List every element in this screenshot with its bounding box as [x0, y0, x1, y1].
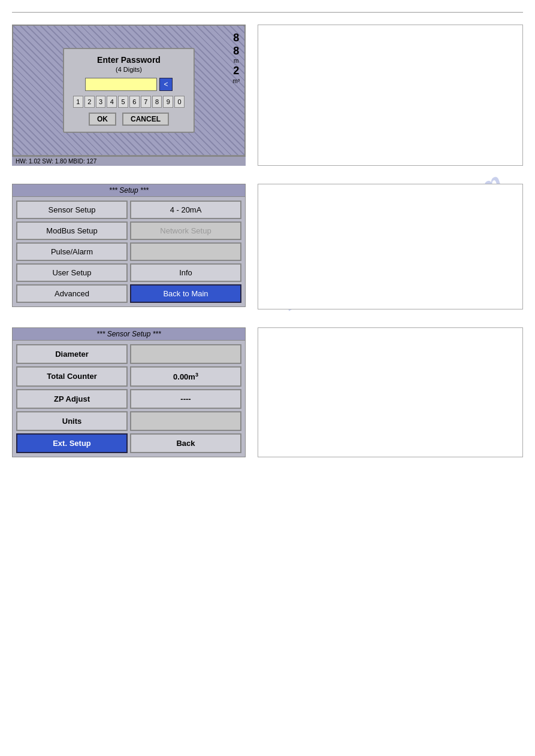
num-btn-8[interactable]: 8	[152, 96, 162, 108]
indicator-mid-value: 8	[233, 45, 239, 58]
user-setup-btn[interactable]: User Setup	[16, 263, 128, 282]
diameter-value-empty	[130, 344, 241, 364]
section2-left: *** Setup *** Sensor Setup 4 - 20mA ModB…	[12, 184, 246, 309]
sensor-setup-title: *** Sensor Setup ***	[13, 328, 245, 341]
top-rule	[12, 12, 523, 13]
cancel-button[interactable]: CANCEL	[122, 113, 169, 126]
num-btn-6[interactable]: 6	[129, 96, 140, 108]
dialog-actions: OK CANCEL	[73, 113, 185, 126]
section2: *** Setup *** Sensor Setup 4 - 20mA ModB…	[12, 184, 523, 309]
section1-right	[258, 25, 523, 166]
password-input-row: <	[73, 78, 185, 91]
num-btn-3[interactable]: 3	[96, 96, 106, 108]
num-btn-0[interactable]: 0	[174, 96, 185, 108]
backspace-button[interactable]: <	[159, 78, 173, 91]
indicator-unit-bot: m³	[232, 78, 240, 85]
advanced-btn[interactable]: Advanced	[16, 284, 128, 303]
setup-title: *** Setup ***	[13, 184, 245, 197]
pulse-alarm-btn[interactable]: Pulse/Alarm	[16, 242, 128, 261]
ok-button[interactable]: OK	[89, 113, 116, 126]
num-btn-2[interactable]: 2	[84, 96, 95, 108]
modbus-setup-btn[interactable]: ModBus Setup	[16, 221, 128, 240]
num-btn-7[interactable]: 7	[141, 96, 151, 108]
num-btn-1[interactable]: 1	[73, 96, 83, 108]
total-counter-value: 0.00m3	[130, 366, 241, 387]
diameter-btn[interactable]: Diameter	[16, 344, 128, 364]
indicator-unit-top: m	[234, 57, 238, 65]
ext-setup-btn[interactable]: Ext. Setup	[16, 433, 128, 453]
section1-left: Enter Password (4 Digits) < 1 2 3 4 5 6 …	[12, 25, 246, 166]
back-btn[interactable]: Back	[130, 433, 241, 453]
section3-right	[258, 327, 523, 457]
sensor-setup-btn[interactable]: Sensor Setup	[16, 201, 128, 219]
num-btn-5[interactable]: 5	[118, 96, 128, 108]
numpad-row: 1 2 3 4 5 6 7 8 9 0	[73, 96, 185, 108]
units-btn[interactable]: Units	[16, 411, 128, 431]
password-subtitle: (4 Digits)	[73, 66, 185, 73]
num-btn-9[interactable]: 9	[163, 96, 173, 108]
units-value-empty	[130, 411, 241, 431]
section1: Enter Password (4 Digits) < 1 2 3 4 5 6 …	[12, 25, 523, 166]
section3-left: *** Sensor Setup *** Diameter Total Coun…	[12, 327, 246, 457]
section3: *** Sensor Setup *** Diameter Total Coun…	[12, 327, 523, 457]
password-input-field[interactable]	[85, 78, 157, 91]
indicator-top-value: 8	[233, 32, 239, 45]
setup-menu: *** Setup *** Sensor Setup 4 - 20mA ModB…	[12, 184, 246, 307]
page-container: manualsarchive.com Enter Password (4 Dig…	[0, 0, 535, 756]
password-screen: Enter Password (4 Digits) < 1 2 3 4 5 6 …	[12, 25, 246, 156]
sensor-screen: *** Sensor Setup *** Diameter Total Coun…	[12, 327, 246, 457]
password-title: Enter Password	[73, 55, 185, 65]
back-to-main-btn[interactable]: Back to Main	[130, 284, 241, 303]
4-20ma-btn[interactable]: 4 - 20mA	[130, 201, 241, 219]
setup-grid: Sensor Setup 4 - 20mA ModBus Setup Netwo…	[13, 197, 245, 306]
info-bar: HW: 1.02 SW: 1.80 MBID: 127	[12, 156, 246, 166]
right-indicators: 8 8 m 2 m³	[232, 32, 240, 85]
empty-slot-1	[130, 242, 241, 261]
section2-right	[258, 184, 523, 309]
num-btn-4[interactable]: 4	[107, 96, 117, 108]
indicator-bottom-value: 2	[233, 65, 239, 78]
network-setup-btn: Network Setup	[130, 221, 241, 240]
zp-adjust-value: ----	[130, 389, 241, 409]
info-btn[interactable]: Info	[130, 263, 241, 282]
sensor-grid: Diameter Total Counter 0.00m3 ZP Adjust …	[13, 341, 245, 457]
zp-adjust-btn[interactable]: ZP Adjust	[16, 389, 128, 409]
password-dialog: Enter Password (4 Digits) < 1 2 3 4 5 6 …	[63, 48, 195, 133]
total-counter-btn[interactable]: Total Counter	[16, 366, 128, 387]
